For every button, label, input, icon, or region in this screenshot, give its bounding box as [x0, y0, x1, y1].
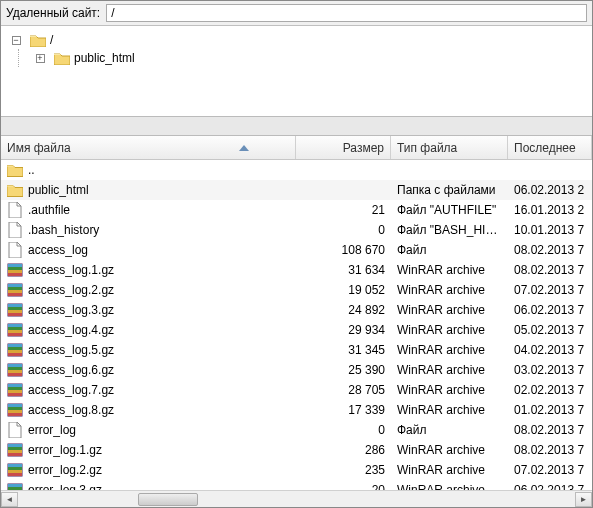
list-item[interactable]: .. — [1, 160, 592, 180]
file-type: WinRAR archive — [391, 303, 508, 317]
tree-root-label[interactable]: / — [50, 33, 53, 47]
folder-icon — [7, 182, 23, 198]
list-item[interactable]: error_log.2.gz235WinRAR archive07.02.201… — [1, 460, 592, 480]
file-date: 08.02.2013 7 — [508, 243, 592, 257]
list-item[interactable]: access_log.4.gz29 934WinRAR archive05.02… — [1, 320, 592, 340]
file-size: 0 — [296, 423, 391, 437]
archive-icon — [7, 342, 23, 358]
file-date: 08.02.2013 7 — [508, 263, 592, 277]
file-size: 31 345 — [296, 343, 391, 357]
folder-icon — [54, 50, 70, 66]
column-header-name-label: Имя файла — [7, 141, 71, 155]
tree-expander-root[interactable]: − — [12, 36, 21, 45]
file-date: 02.02.2013 7 — [508, 383, 592, 397]
file-name: .bash_history — [28, 223, 99, 237]
file-name: access_log.7.gz — [28, 383, 114, 397]
list-item[interactable]: error_log0Файл08.02.2013 7 — [1, 420, 592, 440]
file-date: 05.02.2013 7 — [508, 323, 592, 337]
list-item[interactable]: error_log.1.gz286WinRAR archive08.02.201… — [1, 440, 592, 460]
list-item[interactable]: access_log.5.gz31 345WinRAR archive04.02… — [1, 340, 592, 360]
file-name: access_log.1.gz — [28, 263, 114, 277]
file-size: 31 634 — [296, 263, 391, 277]
list-item[interactable]: access_log.8.gz17 339WinRAR archive01.02… — [1, 400, 592, 420]
file-name: access_log.5.gz — [28, 343, 114, 357]
folder-icon — [30, 32, 46, 48]
file-type: WinRAR archive — [391, 403, 508, 417]
list-item[interactable]: access_log.3.gz24 892WinRAR archive06.02… — [1, 300, 592, 320]
list-item[interactable]: public_htmlПапка с файлами06.02.2013 2 — [1, 180, 592, 200]
file-type: WinRAR archive — [391, 283, 508, 297]
file-type: WinRAR archive — [391, 343, 508, 357]
file-size: 25 390 — [296, 363, 391, 377]
scroll-thumb[interactable] — [138, 493, 198, 506]
horizontal-scrollbar[interactable]: ◄ ► — [1, 490, 592, 507]
list-item[interactable]: .bash_history0Файл "BASH_HIST...10.01.20… — [1, 220, 592, 240]
column-header-size[interactable]: Размер — [296, 136, 391, 159]
file-size: 24 892 — [296, 303, 391, 317]
file-name: access_log.8.gz — [28, 403, 114, 417]
column-header-name[interactable]: Имя файла — [1, 136, 296, 159]
file-type: WinRAR archive — [391, 443, 508, 457]
file-type: Файл — [391, 423, 508, 437]
file-name: error_log — [28, 423, 76, 437]
file-name: access_log.3.gz — [28, 303, 114, 317]
column-header-date[interactable]: Последнее — [508, 136, 592, 159]
archive-icon — [7, 362, 23, 378]
file-size: 29 934 — [296, 323, 391, 337]
list-item[interactable]: access_log108 670Файл08.02.2013 7 — [1, 240, 592, 260]
tree-line — [18, 49, 19, 67]
list-item[interactable]: access_log.1.gz31 634WinRAR archive08.02… — [1, 260, 592, 280]
pane-divider[interactable] — [1, 116, 592, 136]
remote-tree: − / + public_html — [1, 26, 592, 116]
file-date: 06.02.2013 2 — [508, 183, 592, 197]
sort-asc-icon — [239, 145, 249, 151]
file-type: Файл "AUTHFILE" — [391, 203, 508, 217]
file-type: WinRAR archive — [391, 263, 508, 277]
scroll-left-button[interactable]: ◄ — [1, 492, 18, 507]
file-date: 01.02.2013 7 — [508, 403, 592, 417]
file-type: WinRAR archive — [391, 383, 508, 397]
file-type: Файл — [391, 243, 508, 257]
column-header-type[interactable]: Тип файла — [391, 136, 508, 159]
tree-child-label[interactable]: public_html — [74, 51, 135, 65]
file-name: access_log — [28, 243, 88, 257]
file-name: access_log.2.gz — [28, 283, 114, 297]
file-date: 10.01.2013 7 — [508, 223, 592, 237]
archive-icon — [7, 462, 23, 478]
file-name: access_log.6.gz — [28, 363, 114, 377]
file-size: 28 705 — [296, 383, 391, 397]
archive-icon — [7, 262, 23, 278]
file-type: WinRAR archive — [391, 463, 508, 477]
file-date: 06.02.2013 7 — [508, 303, 592, 317]
file-size: 17 339 — [296, 403, 391, 417]
file-icon — [7, 422, 23, 438]
file-size: 235 — [296, 463, 391, 477]
file-icon — [7, 222, 23, 238]
file-date: 08.02.2013 7 — [508, 443, 592, 457]
file-name: .authfile — [28, 203, 70, 217]
scroll-track[interactable] — [18, 492, 575, 507]
file-name: error_log.1.gz — [28, 443, 102, 457]
remote-site-label: Удаленный сайт: — [6, 6, 100, 20]
file-date: 07.02.2013 7 — [508, 283, 592, 297]
file-type: Папка с файлами — [391, 183, 508, 197]
file-date: 16.01.2013 2 — [508, 203, 592, 217]
list-item[interactable]: access_log.6.gz25 390WinRAR archive03.02… — [1, 360, 592, 380]
file-icon — [7, 202, 23, 218]
remote-path-input[interactable]: / — [106, 4, 587, 22]
scroll-right-button[interactable]: ► — [575, 492, 592, 507]
file-size: 0 — [296, 223, 391, 237]
file-size: 286 — [296, 443, 391, 457]
file-date: 03.02.2013 7 — [508, 363, 592, 377]
list-item[interactable]: .authfile21Файл "AUTHFILE"16.01.2013 2 — [1, 200, 592, 220]
file-size: 21 — [296, 203, 391, 217]
file-type: WinRAR archive — [391, 363, 508, 377]
file-name: error_log.2.gz — [28, 463, 102, 477]
tree-expander-public-html[interactable]: + — [36, 54, 45, 63]
remote-path-value: / — [111, 6, 114, 20]
file-type: Файл "BASH_HIST... — [391, 223, 508, 237]
archive-icon — [7, 402, 23, 418]
list-item[interactable]: access_log.7.gz28 705WinRAR archive02.02… — [1, 380, 592, 400]
file-size: 108 670 — [296, 243, 391, 257]
list-item[interactable]: access_log.2.gz19 052WinRAR archive07.02… — [1, 280, 592, 300]
